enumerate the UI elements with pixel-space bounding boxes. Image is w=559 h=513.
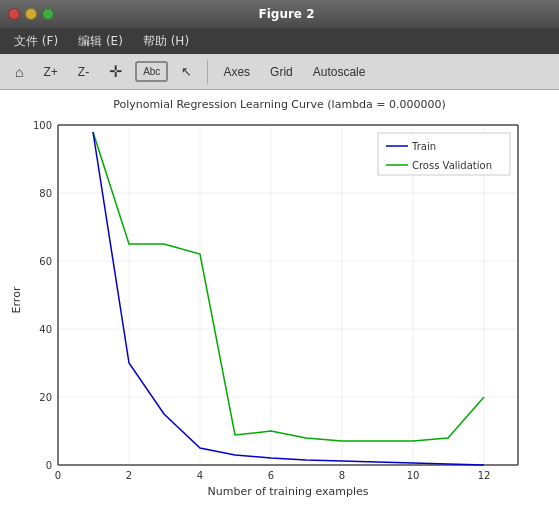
chart-inner: 0 20 40 60 80 100 0 2 4 6 8 10 12 Error … — [8, 115, 551, 505]
svg-text:8: 8 — [339, 470, 345, 481]
zoom-out-button[interactable]: Z- — [71, 61, 96, 83]
menu-bar: 文件 (F) 编辑 (E) 帮助 (H) — [0, 28, 559, 54]
autoscale-button[interactable]: Autoscale — [306, 61, 373, 83]
minimize-button[interactable] — [25, 8, 37, 20]
select-button[interactable]: ↖ — [174, 60, 199, 83]
svg-text:4: 4 — [197, 470, 203, 481]
svg-text:0: 0 — [46, 460, 52, 471]
menu-file[interactable]: 文件 (F) — [6, 31, 66, 52]
legend-cv-label: Cross Validation — [412, 160, 492, 171]
svg-text:80: 80 — [39, 188, 52, 199]
home-button[interactable]: ⌂ — [8, 60, 30, 84]
maximize-button[interactable] — [42, 8, 54, 20]
window-controls — [8, 8, 54, 20]
chart-area: Polynomial Regression Learning Curve (la… — [0, 90, 559, 513]
menu-edit[interactable]: 编辑 (E) — [70, 31, 131, 52]
chart-title: Polynomial Regression Learning Curve (la… — [8, 98, 551, 111]
toolbar: ⌂ Z+ Z- ✛ Abc ↖ Axes Grid Autoscale — [0, 54, 559, 90]
zoom-in-button[interactable]: Z+ — [36, 61, 64, 83]
axes-button[interactable]: Axes — [216, 61, 257, 83]
pan-button[interactable]: ✛ — [102, 58, 129, 85]
svg-text:60: 60 — [39, 256, 52, 267]
title-bar: Figure 2 — [0, 0, 559, 28]
svg-text:0: 0 — [55, 470, 61, 481]
separator — [207, 60, 208, 84]
menu-help[interactable]: 帮助 (H) — [135, 31, 197, 52]
text-button[interactable]: Abc — [135, 61, 168, 82]
chart-svg: 0 20 40 60 80 100 0 2 4 6 8 10 12 Error … — [8, 115, 547, 500]
window-title: Figure 2 — [62, 7, 511, 21]
svg-text:40: 40 — [39, 324, 52, 335]
svg-text:2: 2 — [126, 470, 132, 481]
svg-text:20: 20 — [39, 392, 52, 403]
legend-train-label: Train — [411, 141, 436, 152]
grid-button[interactable]: Grid — [263, 61, 300, 83]
svg-text:10: 10 — [407, 470, 420, 481]
y-axis-label: Error — [10, 286, 23, 313]
close-button[interactable] — [8, 8, 20, 20]
svg-text:12: 12 — [478, 470, 491, 481]
svg-text:6: 6 — [268, 470, 274, 481]
svg-text:100: 100 — [33, 120, 52, 131]
svg-rect-0 — [58, 125, 518, 465]
x-axis-label: Number of training examples — [208, 485, 369, 498]
